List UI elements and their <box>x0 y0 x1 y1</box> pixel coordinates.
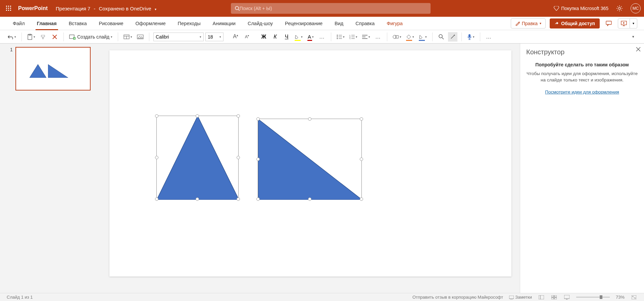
shape-outline-button[interactable] <box>417 32 428 42</box>
tab-transitions[interactable]: Переходы <box>172 17 207 30</box>
more-icon: … <box>486 34 492 40</box>
designer-button[interactable] <box>448 32 457 42</box>
underline-button[interactable]: Ч <box>282 32 291 42</box>
search-input[interactable] <box>240 6 427 11</box>
shapes-button[interactable] <box>391 32 403 42</box>
resize-handle[interactable] <box>308 197 311 201</box>
resize-handle[interactable] <box>237 197 240 201</box>
resize-handle[interactable] <box>256 117 260 121</box>
shape-selection-2[interactable] <box>258 119 362 199</box>
fit-to-window-button[interactable] <box>631 294 637 301</box>
resize-handle[interactable] <box>360 197 363 201</box>
underline-label: Ч <box>285 34 289 40</box>
tab-file[interactable]: Файл <box>7 17 31 30</box>
thumbnail-preview[interactable] <box>15 47 91 91</box>
highlight-button[interactable] <box>293 32 304 42</box>
more-paragraph-button[interactable]: … <box>374 32 383 42</box>
premium-button[interactable]: Покупка Microsoft 365 <box>554 6 608 11</box>
share-button[interactable]: Общий доступ <box>550 18 600 28</box>
tab-slideshow[interactable]: Слайд-шоу <box>242 17 279 30</box>
normal-view-button[interactable] <box>538 294 545 301</box>
decrease-font-button[interactable]: A▾ <box>242 32 252 42</box>
present-button[interactable]: ▾ <box>618 18 637 28</box>
tab-animations[interactable]: Анимации <box>207 17 242 30</box>
chevron-down-icon[interactable]: ▾ <box>630 19 637 28</box>
resize-handle[interactable] <box>155 114 158 118</box>
resize-handle[interactable] <box>360 158 363 161</box>
slide[interactable] <box>109 50 511 277</box>
settings-button[interactable] <box>614 3 625 13</box>
tab-insert[interactable]: Вставка <box>63 17 93 30</box>
chevron-down-icon[interactable]: ▾ <box>155 7 156 11</box>
resize-handle[interactable] <box>196 114 199 118</box>
find-button[interactable] <box>437 32 446 42</box>
app-name[interactable]: PowerPoint <box>18 5 48 11</box>
bold-button[interactable]: Ж <box>259 32 268 42</box>
align-button[interactable] <box>361 32 371 42</box>
thumbnail-panel[interactable]: 1 <box>0 44 101 293</box>
user-avatar[interactable]: МС <box>631 3 641 13</box>
collapse-ribbon-button[interactable]: ▾ <box>629 32 638 42</box>
bullets-button[interactable] <box>335 32 346 42</box>
shape-selection-1[interactable] <box>156 116 239 199</box>
resize-handle[interactable] <box>360 117 363 121</box>
close-button[interactable] <box>636 47 641 52</box>
tab-draw[interactable]: Рисование <box>93 17 130 30</box>
dictate-button[interactable] <box>466 32 476 42</box>
zoom-slider[interactable] <box>576 297 610 298</box>
resize-handle[interactable] <box>237 114 240 118</box>
zoom-percent[interactable]: 73% <box>616 295 625 300</box>
resize-handle[interactable] <box>308 117 311 121</box>
more-font-button[interactable]: … <box>317 32 327 42</box>
thumbnail-item[interactable]: 1 <box>10 47 91 91</box>
search-box[interactable] <box>231 3 431 14</box>
format-painter-button[interactable] <box>39 32 48 42</box>
tab-view[interactable]: Вид <box>329 17 349 30</box>
x-icon <box>52 35 57 39</box>
zoom-slider-handle[interactable] <box>600 295 602 299</box>
isoceles-triangle-shape[interactable] <box>157 116 239 200</box>
tab-shape[interactable]: Фигура <box>381 17 409 30</box>
italic-button[interactable]: К <box>270 32 280 42</box>
sorter-view-button[interactable] <box>551 294 557 301</box>
more-commands-button[interactable]: … <box>484 32 494 42</box>
numbering-button[interactable]: 123 <box>348 32 359 42</box>
status-bar: Слайд 1 из 1 Отправить отзыв в корпораци… <box>0 293 644 301</box>
edit-mode-button[interactable]: Правка ▾ <box>511 18 546 28</box>
tab-design[interactable]: Оформление <box>130 17 172 30</box>
shape-fill-button[interactable] <box>405 32 415 42</box>
designer-link[interactable]: Посмотрите идеи для оформления <box>545 89 619 95</box>
resize-handle[interactable] <box>256 158 260 161</box>
save-state: Сохранено в OneDrive <box>99 6 151 11</box>
resize-handle[interactable] <box>256 197 260 201</box>
resize-handle[interactable] <box>237 156 240 159</box>
comments-button[interactable] <box>604 18 614 28</box>
tab-help[interactable]: Справка <box>349 17 381 30</box>
delete-button[interactable] <box>50 32 59 42</box>
chevron-down-icon: ▾ <box>219 35 221 39</box>
resize-handle[interactable] <box>155 156 158 159</box>
slide-canvas-area[interactable] <box>101 44 520 293</box>
increase-font-button[interactable]: A▴ <box>231 32 240 42</box>
resize-handle[interactable] <box>155 197 158 201</box>
tab-home[interactable]: Главная <box>31 17 63 30</box>
font-size-select[interactable]: 18▾ <box>205 33 224 41</box>
new-slide-label: Создать слайд <box>77 34 109 40</box>
reading-view-button[interactable] <box>563 294 570 301</box>
resize-handle[interactable] <box>196 197 199 201</box>
new-slide-button[interactable]: Создать слайд ▾ <box>68 32 114 42</box>
tab-review[interactable]: Рецензирование <box>279 17 329 30</box>
document-title[interactable]: Презентация 7 - Сохранено в OneDrive ▾ <box>56 6 156 11</box>
feedback-link[interactable]: Отправить отзыв в корпорацию Майкрософт <box>412 295 503 300</box>
font-color-swatch <box>307 40 312 41</box>
slide-gallery-button[interactable] <box>136 32 145 42</box>
undo-button[interactable] <box>6 32 17 42</box>
font-color-button[interactable]: A <box>306 32 315 42</box>
layout-button[interactable] <box>122 32 134 42</box>
paste-button[interactable] <box>26 32 37 42</box>
svg-rect-7 <box>8 10 9 11</box>
right-triangle-shape[interactable] <box>258 119 362 200</box>
notes-button[interactable]: Заметки <box>509 295 532 300</box>
app-launcher-icon[interactable] <box>3 3 14 14</box>
font-name-select[interactable]: Calibri▾ <box>153 33 204 41</box>
